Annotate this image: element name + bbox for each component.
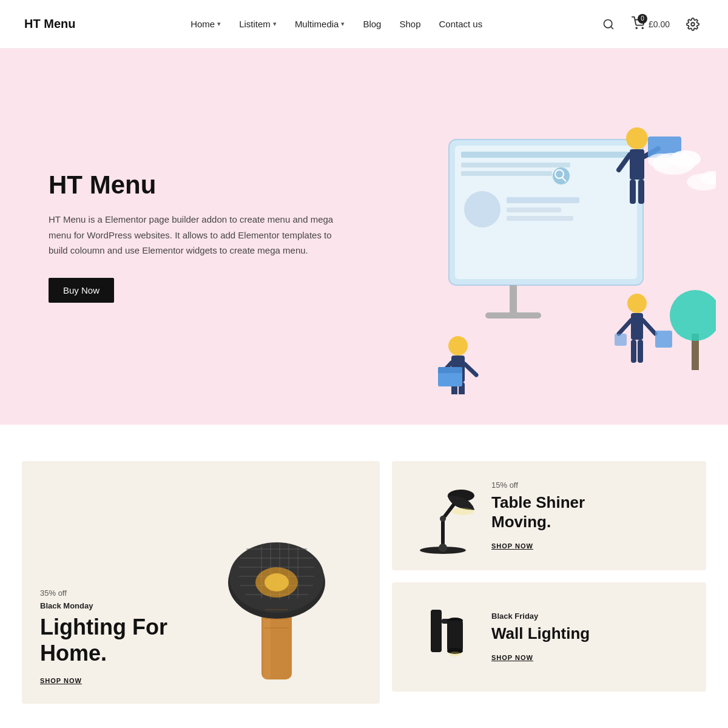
cart-count: 0 [638,14,647,24]
svg-point-43 [670,290,716,341]
cart-icon: 0 [632,16,645,32]
svg-point-26 [448,336,468,356]
svg-rect-76 [431,610,442,652]
svg-rect-11 [461,171,552,176]
svg-point-34 [627,294,647,313]
chevron-down-icon: ▾ [217,20,221,28]
svg-rect-7 [510,285,517,315]
svg-rect-15 [507,216,573,221]
search-button[interactable] [598,13,619,35]
svg-point-46 [648,153,675,168]
product-card-wall-lighting: Black Friday Wall Lighting SHOP NOW [392,582,706,692]
buy-now-button[interactable]: Buy Now [49,278,114,303]
svg-rect-9 [461,152,637,158]
svg-point-4 [691,22,695,26]
settings-button[interactable] [682,13,704,35]
svg-rect-23 [630,180,636,204]
product-event-large: Black Monday [40,601,362,610]
svg-rect-79 [447,621,463,651]
svg-rect-39 [638,340,643,363]
svg-rect-38 [631,340,636,363]
hero-section: HT Menu HT Menu is a Elementor page buil… [0,49,728,425]
chevron-down-icon: ▾ [273,20,277,28]
svg-point-73 [452,508,474,515]
svg-point-81 [449,652,461,656]
svg-line-1 [611,26,613,29]
svg-point-3 [642,27,643,29]
svg-rect-14 [507,207,561,212]
navigation: Home ▾ Listitem ▾ Multimedia ▾ Blog Shop… [190,19,482,29]
logo[interactable]: HT Menu [24,17,75,31]
products-section: 35% off Black Monday Lighting ForHome. S… [0,425,728,728]
nav-multimedia[interactable]: Multimedia ▾ [295,19,345,29]
svg-point-45 [670,150,701,167]
svg-point-74 [440,516,446,522]
cart-button[interactable]: 0 £0.00 [632,16,670,32]
product-name-wall-lighting: Wall Lighting [491,624,692,643]
product-discount-small1: 15% off [491,480,692,490]
header: HT Menu Home ▾ Listitem ▾ Multimedia ▾ B… [0,0,728,49]
svg-point-19 [626,127,648,149]
svg-point-12 [464,191,500,228]
nav-blog[interactable]: Blog [363,19,381,29]
svg-rect-24 [638,180,644,204]
nav-home[interactable]: Home ▾ [190,19,221,29]
cart-amount: £0.00 [649,19,670,29]
svg-point-2 [636,27,637,29]
header-actions: 0 £0.00 [598,13,704,35]
nav-shop[interactable]: Shop [399,19,420,29]
product-name-table-shiner: Table ShinerMoving. [491,493,692,531]
product-card-table-shiner: 15% off Table ShinerMoving. SHOP NOW [392,461,706,570]
svg-rect-35 [631,313,643,340]
hero-title: HT Menu [49,170,352,200]
product-cards-right: 15% off Table ShinerMoving. SHOP NOW [392,461,706,704]
svg-line-37 [643,320,655,334]
svg-rect-10 [461,163,570,167]
hero-illustration [364,79,728,406]
product-img-wall-lighting [406,598,479,676]
svg-point-75 [439,544,447,552]
svg-rect-8 [485,312,541,318]
product-event-small2: Black Friday [491,612,692,621]
product-discount-large: 35% off [40,588,362,598]
product-card-large: 35% off Black Monday Lighting ForHome. S… [22,461,380,704]
shop-now-wall-lighting[interactable]: SHOP NOW [491,654,533,661]
svg-rect-40 [655,331,672,348]
svg-rect-13 [507,197,579,203]
svg-rect-41 [615,334,627,346]
shop-now-large[interactable]: SHOP NOW [40,677,82,684]
chevron-down-icon: ▾ [341,20,345,28]
svg-rect-33 [438,367,462,373]
product-info-wall-lighting: Black Friday Wall Lighting SHOP NOW [491,612,692,662]
hero-description: HT Menu is a Elementor page builder addo… [49,212,340,258]
product-img-table-shiner [406,476,479,555]
svg-line-29 [465,364,476,375]
shop-now-table-shiner[interactable]: SHOP NOW [491,542,533,550]
product-info-table-shiner: 15% off Table ShinerMoving. SHOP NOW [491,480,692,550]
nav-listitem[interactable]: Listitem ▾ [239,19,277,29]
svg-line-36 [619,320,631,334]
nav-contact[interactable]: Contact us [439,19,482,29]
hero-content: HT Menu HT Menu is a Elementor page buil… [49,170,352,303]
product-large-content: 35% off Black Monday Lighting ForHome. S… [40,588,362,686]
product-name-large: Lighting ForHome. [40,614,362,666]
